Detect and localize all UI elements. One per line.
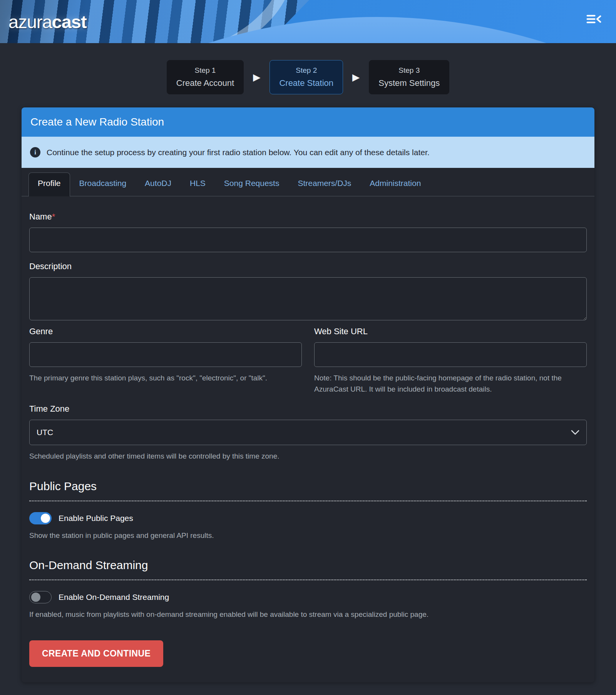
step-name: Create Station [279, 78, 333, 88]
tab-hls[interactable]: HLS [181, 172, 215, 196]
dotted-divider [29, 579, 587, 580]
tab-song-requests[interactable]: Song Requests [215, 172, 289, 196]
card-header: Create a New Radio Station [22, 107, 594, 137]
website-url-help-text: Note: This should be the public-facing h… [314, 373, 587, 395]
menu-open-icon[interactable] [586, 13, 601, 27]
logo-bold-text: cast [52, 12, 87, 32]
timezone-select[interactable]: UTC [29, 420, 587, 445]
profile-tab-content: Name* Description Genre The primary genr… [22, 196, 594, 682]
step-number: Step 2 [279, 66, 333, 75]
on-demand-streaming-heading: On-Demand Streaming [29, 559, 587, 572]
step-number: Step 3 [378, 66, 440, 75]
tab-broadcasting[interactable]: Broadcasting [70, 172, 136, 196]
chevron-down-icon [571, 428, 579, 437]
tab-administration[interactable]: Administration [360, 172, 430, 196]
genre-website-row: Genre The primary genre this station pla… [29, 322, 587, 395]
logo-light-text: azura [8, 12, 52, 32]
top-banner: azuracast [0, 0, 616, 43]
enable-public-pages-row: Enable Public Pages [29, 512, 587, 524]
timezone-help-text: Scheduled playlists and other timed item… [29, 451, 587, 462]
description-textarea[interactable] [29, 277, 587, 320]
genre-label: Genre [29, 327, 302, 337]
on-demand-help-text: If enabled, music from playlists with on… [29, 609, 587, 620]
step-name: Create Account [176, 78, 234, 88]
required-asterisk: * [52, 212, 55, 221]
station-tabs: Profile Broadcasting AutoDJ HLS Song Req… [22, 168, 594, 196]
website-url-label: Web Site URL [314, 327, 587, 337]
tab-profile[interactable]: Profile [28, 172, 70, 196]
step-3-system-settings[interactable]: Step 3 System Settings [369, 60, 449, 94]
toggle-knob [41, 514, 50, 523]
info-icon: i [30, 147, 40, 157]
step-2-create-station[interactable]: Step 2 Create Station [270, 60, 343, 94]
genre-input[interactable] [29, 342, 302, 367]
enable-public-pages-label: Enable Public Pages [59, 514, 133, 523]
create-and-continue-button[interactable]: CREATE AND CONTINUE [29, 640, 163, 667]
genre-field-group: Genre The primary genre this station pla… [29, 322, 302, 395]
enable-public-pages-toggle[interactable] [29, 512, 52, 524]
description-label: Description [29, 261, 587, 271]
enable-on-demand-label: Enable On-Demand Streaming [59, 593, 169, 602]
timezone-selected-value: UTC [37, 428, 53, 437]
tab-autodj[interactable]: AutoDJ [136, 172, 181, 196]
public-pages-heading: Public Pages [29, 480, 587, 493]
step-number: Step 1 [176, 66, 234, 75]
genre-help-text: The primary genre this station plays, su… [29, 373, 302, 384]
name-label: Name* [29, 212, 587, 222]
setup-step-wizard: Step 1 Create Account ▶ Step 2 Create St… [0, 60, 616, 94]
step-name: System Settings [378, 78, 440, 88]
enable-on-demand-row: Enable On-Demand Streaming [29, 591, 587, 603]
enable-on-demand-toggle[interactable] [29, 591, 52, 603]
website-field-group: Web Site URL Note: This should be the pu… [314, 322, 587, 395]
info-alert-text: Continue the setup process by creating y… [47, 148, 430, 157]
azuracast-logo: azuracast [8, 11, 87, 32]
page-title: Create a New Radio Station [30, 116, 586, 128]
create-station-card: Create a New Radio Station i Continue th… [22, 107, 594, 682]
step-arrow-icon: ▶ [253, 72, 260, 82]
toggle-knob [31, 593, 40, 602]
public-pages-help-text: Show the station in public pages and gen… [29, 530, 587, 541]
step-1-create-account[interactable]: Step 1 Create Account [167, 60, 244, 94]
tab-streamers-djs[interactable]: Streamers/DJs [288, 172, 360, 196]
step-arrow-icon: ▶ [352, 72, 360, 82]
name-input[interactable] [29, 228, 587, 252]
website-url-input[interactable] [314, 342, 587, 367]
dotted-divider [29, 501, 587, 501]
setup-info-alert: i Continue the setup process by creating… [22, 137, 594, 168]
timezone-label: Time Zone [29, 404, 587, 414]
